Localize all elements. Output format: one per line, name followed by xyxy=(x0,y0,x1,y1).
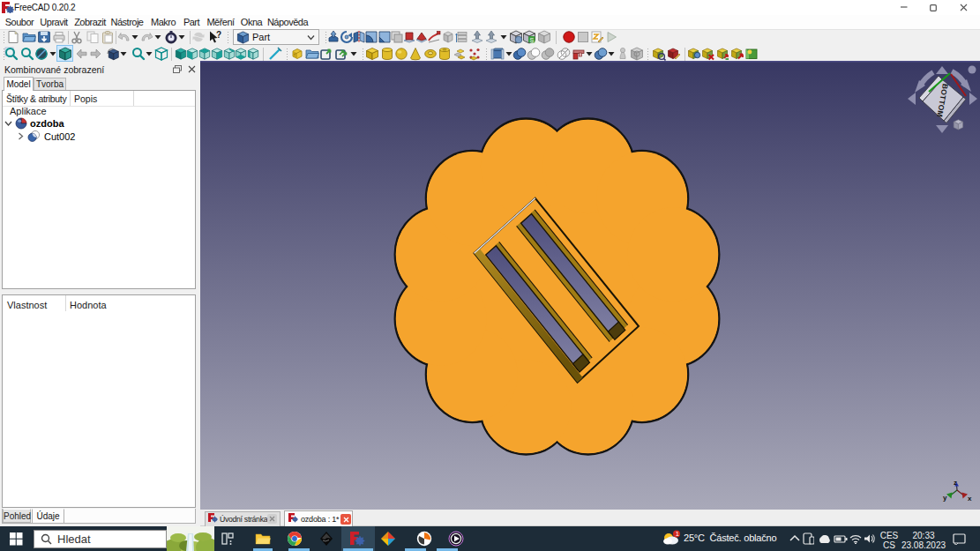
svg-text:1: 1 xyxy=(676,530,679,538)
svg-text:S: S xyxy=(530,37,535,43)
svg-text:?: ? xyxy=(216,30,221,40)
svg-text:y: y xyxy=(943,494,947,502)
svg-text:x: x xyxy=(968,495,972,503)
svg-text:z: z xyxy=(954,479,957,487)
